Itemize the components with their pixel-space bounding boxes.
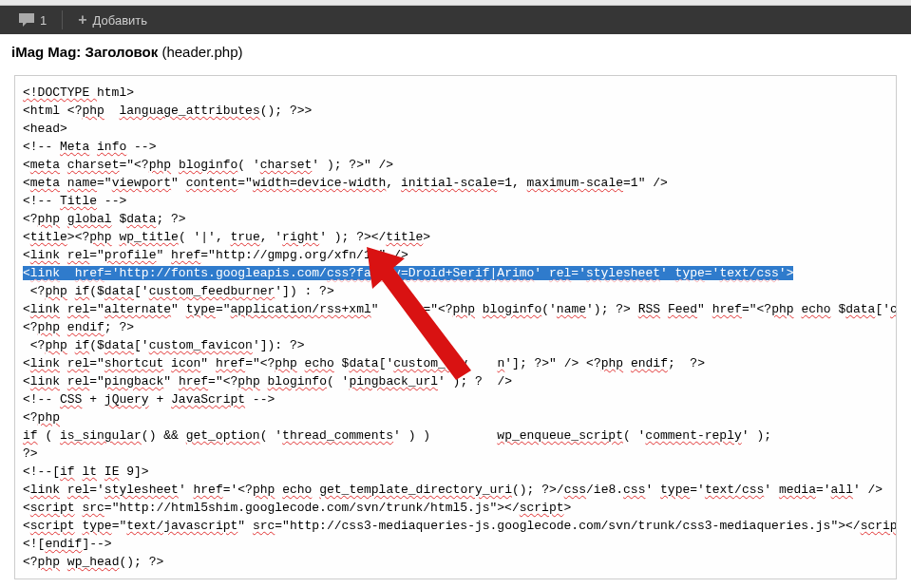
code-line[interactable]: <html <?php language_attributes(); ?>> xyxy=(23,102,888,120)
toolbar-divider xyxy=(62,10,63,29)
code-line[interactable]: <link rel="shortcut icon" href="<?php ec… xyxy=(23,354,888,372)
code-line[interactable]: <meta charset="<?php bloginfo( 'charset'… xyxy=(23,156,888,174)
add-new-button[interactable]: + Добавить xyxy=(68,9,157,31)
page-title-bold: iMag Mag: Заголовок xyxy=(11,44,158,60)
code-line[interactable]: <!-- Meta info --> xyxy=(23,138,888,156)
code-line[interactable]: if ( is_singular() && get_option( 'threa… xyxy=(23,427,888,445)
code-line[interactable]: <?php endif; ?> xyxy=(23,318,888,336)
code-line[interactable]: <![endif]--> xyxy=(23,535,888,553)
code-line[interactable]: ?> xyxy=(23,445,888,463)
code-line[interactable]: <link rel="alternate" type="application/… xyxy=(23,300,888,318)
comment-count: 1 xyxy=(40,13,47,28)
code-line[interactable]: <link rel='stylesheet' href='<?php echo … xyxy=(23,481,888,499)
code-line[interactable]: <script type="text/javascript" src="http… xyxy=(23,517,888,535)
code-line[interactable]: <?php xyxy=(23,408,888,427)
admin-toolbar: 1 + Добавить xyxy=(0,6,911,34)
page-title-filename: (header.php) xyxy=(158,44,242,60)
code-line[interactable]: <link href='http://fonts.googleapis.com/… xyxy=(23,264,888,282)
code-line[interactable]: <!-- Title --> xyxy=(23,192,888,210)
code-line[interactable]: <link rel="pingback" href="<?php bloginf… xyxy=(23,372,888,390)
plus-icon: + xyxy=(78,12,86,28)
code-line[interactable]: <?php global $data; ?> xyxy=(23,210,888,228)
code-line[interactable]: <?php if($data['custom_favicon']): ?> xyxy=(23,336,888,354)
code-line[interactable]: <?php wp_head(); ?> xyxy=(23,553,888,571)
code-line[interactable]: <?php if($data['custom_feedburner']) : ?… xyxy=(23,282,888,300)
comments-button[interactable]: 1 xyxy=(9,9,56,31)
page-title: iMag Mag: Заголовок (header.php) xyxy=(0,34,911,69)
add-label: Добавить xyxy=(93,13,147,28)
code-line[interactable]: <!--[if lt IE 9]> xyxy=(23,463,888,481)
comment-icon xyxy=(19,13,34,27)
code-editor[interactable]: <!DOCTYPE html><html <?php language_attr… xyxy=(14,75,897,579)
code-line[interactable]: <script src="http://html5shim.googlecode… xyxy=(23,499,888,517)
code-line[interactable]: <title><?php wp_title( '|', true, 'right… xyxy=(23,228,888,246)
highlighted-code-line: <link href='http://fonts.googleapis.com/… xyxy=(23,266,793,280)
code-line[interactable]: <!-- CSS + jQuery + JavaScript --> xyxy=(23,390,888,408)
code-line[interactable]: <head> xyxy=(23,120,888,138)
code-line[interactable]: <meta name="viewport" content="width=dev… xyxy=(23,174,888,192)
code-line[interactable]: <link rel="profile" href="http://gmpg.or… xyxy=(23,246,888,264)
code-line[interactable]: <!DOCTYPE html> xyxy=(23,84,888,102)
